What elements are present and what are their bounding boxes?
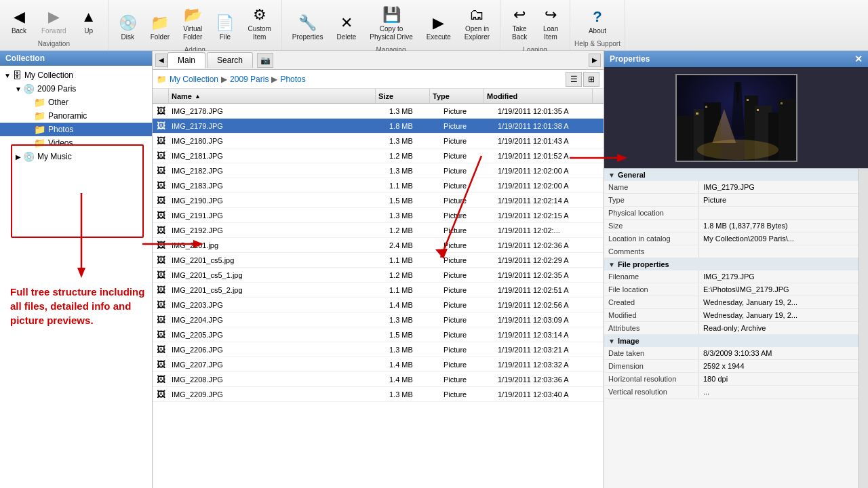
breadcrumb-collection[interactable]: My Collection <box>170 75 218 84</box>
file-size-cell: 1.1 MB <box>387 286 441 294</box>
file-row[interactable]: 🖼IMG_2205.JPG1.5 MBPicture1/19/2011 12:0… <box>153 327 604 342</box>
col-name-header[interactable]: Name ▲ <box>169 89 376 103</box>
file-row[interactable]: 🖼IMG_2190.JPG1.5 MBPicture1/19/2011 12:0… <box>153 193 604 208</box>
folder-button[interactable]: 📁 Folder <box>144 11 176 45</box>
forward-button[interactable]: ▶ Forward <box>35 5 73 39</box>
prop-name-cell: Location in catalog <box>604 232 699 245</box>
file-type-cell: Picture <box>441 331 495 339</box>
copy-to-physical-button[interactable]: 💾 Copy toPhysical Drive <box>363 3 418 45</box>
file-row[interactable]: 🖼IMG_2207.JPG1.4 MBPicture1/19/2011 12:0… <box>153 357 604 372</box>
file-row[interactable]: 🖼IMG_2204.JPG1.3 MBPicture1/19/2011 12:0… <box>153 312 604 327</box>
file-modified-cell: 1/19/2011 12:02:56 A <box>495 301 604 309</box>
file-type-cell: Picture <box>441 226 495 235</box>
prop-section-header[interactable]: ▼General <box>604 169 859 181</box>
file-row[interactable]: 🖼IMG_2192.JPG1.2 MBPicture1/19/2011 12:0… <box>153 223 604 238</box>
file-type-icon: 🖼 <box>155 374 166 385</box>
file-button[interactable]: 📄 File <box>210 11 240 45</box>
tree-item-videos[interactable]: 📁Videos <box>0 136 152 150</box>
back-button[interactable]: ◀ Back <box>4 5 34 39</box>
file-name-cell: IMG_2208.JPG <box>169 375 387 384</box>
svg-marker-19 <box>193 240 203 248</box>
file-row[interactable]: 🖼IMG_2208.JPG1.4 MBPicture1/19/2011 12:0… <box>153 372 604 387</box>
disk-button[interactable]: 💿 Disk <box>113 11 143 45</box>
tree-item-photos[interactable]: 📁Photos <box>0 123 152 136</box>
file-icon-cell: 🖼 <box>153 150 169 161</box>
file-row[interactable]: 🖼IMG_2201_cs5_2.jpg1.1 MBPicture1/19/201… <box>153 283 604 298</box>
folder-label: Folder <box>151 33 170 41</box>
file-icon-cell: 🖼 <box>153 255 169 266</box>
delete-button[interactable]: ✕ Delete <box>330 11 362 45</box>
file-row[interactable]: 🖼IMG_2201_cs5.jpg1.1 MBPicture1/19/2011 … <box>153 253 604 268</box>
tab-camera-button[interactable]: 📷 <box>257 53 273 68</box>
help-group-label: Help & Support <box>574 39 620 47</box>
file-modified-cell: 1/19/2011 12:03:09 A <box>495 316 604 324</box>
properties-close-button[interactable]: ✕ <box>854 54 863 64</box>
file-icon-cell: 🖼 <box>153 106 169 117</box>
file-row[interactable]: 🖼IMG_2209.JPG1.3 MBPicture1/19/2011 12:0… <box>153 387 604 402</box>
tree-node-icon: 📁 <box>34 110 45 121</box>
breadcrumb-photos[interactable]: Photos <box>280 75 305 84</box>
file-icon-cell: 🖼 <box>153 374 169 385</box>
prop-section-header[interactable]: ▼Image <box>604 335 859 347</box>
tab-search[interactable]: Search <box>207 52 253 68</box>
tree-toggle[interactable]: ▼ <box>3 72 12 79</box>
file-row[interactable]: 🖼IMG_2206.JPG1.3 MBPicture1/19/2011 12:0… <box>153 342 604 357</box>
file-icon-cell: 🖼 <box>153 389 169 400</box>
prop-name-cell: Date taken <box>604 347 699 359</box>
file-row[interactable]: 🖼IMG_2179.JPG1.8 MBPicture1/19/2011 12:0… <box>153 119 604 134</box>
prop-section-header[interactable]: ▼File properties <box>604 258 859 270</box>
col-modified-header[interactable]: Modified <box>484 89 593 103</box>
file-size-cell: 1.4 MB <box>387 301 441 309</box>
file-row[interactable]: 🖼IMG_2183.JPG1.1 MBPicture1/19/2011 12:0… <box>153 178 604 193</box>
prop-section-name: Image <box>618 337 639 345</box>
file-modified-cell: 1/19/2011 12:02:15 A <box>495 211 604 220</box>
col-size-header[interactable]: Size <box>376 89 430 103</box>
file-row[interactable]: 🖼IMG_2191.JPG1.3 MBPicture1/19/2011 12:0… <box>153 208 604 223</box>
prop-name-cell: File location <box>604 283 699 296</box>
tree-toggle[interactable]: ▶ <box>14 153 23 161</box>
open-in-explorer-button[interactable]: 🗂 Open inExplorer <box>458 3 496 45</box>
tab-prev-button[interactable]: ◀ <box>155 54 167 67</box>
properties-button[interactable]: 🔧 Properties <box>286 11 330 45</box>
up-button[interactable]: ▲ Up <box>74 5 104 39</box>
prop-name-cell: Attributes <box>604 322 699 334</box>
execute-button[interactable]: ▶ Execute <box>420 11 457 45</box>
take-back-icon: ↩ <box>513 6 526 24</box>
custom-item-button[interactable]: ⚙ CustomItem <box>241 3 277 45</box>
file-row[interactable]: 🖼IMG_2181.JPG1.2 MBPicture1/19/2011 12:0… <box>153 148 604 163</box>
breadcrumb-icon: 📁 <box>157 75 167 84</box>
prop-scrollbar[interactable] <box>859 169 868 488</box>
about-button[interactable]: ? About <box>583 5 612 39</box>
file-row[interactable]: 🖼IMG_2201_cs5_1.jpg1.2 MBPicture1/19/201… <box>153 268 604 283</box>
file-row[interactable]: 🖼IMG_2180.JPG1.3 MBPicture1/19/2011 12:0… <box>153 134 604 148</box>
file-label: File <box>220 33 231 41</box>
virtual-folder-button[interactable]: 📂 VirtualFolder <box>177 3 208 45</box>
detail-view-button[interactable]: ⊞ <box>583 72 599 87</box>
file-row[interactable]: 🖼IMG_2203.JPG1.4 MBPicture1/19/2011 12:0… <box>153 298 604 312</box>
file-list-container: Name ▲ Size Type Modified 🖼IMG_2178.JPG1… <box>153 89 604 488</box>
breadcrumb-paris[interactable]: 2009 Paris <box>230 75 269 84</box>
prop-value-cell: IMG_2179.JPG <box>699 270 859 283</box>
file-type-icon: 🖼 <box>155 106 166 117</box>
tab-main[interactable]: Main <box>167 52 205 68</box>
open-explorer-icon: 🗂 <box>469 6 484 24</box>
prop-name-cell: Name <box>604 181 699 193</box>
take-back-label: TakeBack <box>512 25 527 41</box>
take-back-button[interactable]: ↩ TakeBack <box>505 3 534 45</box>
file-row[interactable]: 🖼IMG_2178.JPG1.3 MBPicture1/19/2011 12:0… <box>153 104 604 119</box>
tree-item-2009-paris[interactable]: ▼💿2009 Paris <box>0 82 152 96</box>
tab-next-button[interactable]: ▶ <box>589 54 601 67</box>
file-row[interactable]: 🖼IMG_2201.jpg2.4 MBPicture1/19/2011 12:0… <box>153 238 604 253</box>
prop-row: AttributesRead-only; Archive <box>604 322 859 335</box>
list-view-button[interactable]: ☰ <box>566 72 582 87</box>
tree-item-panoramic[interactable]: 📁Panoramic <box>0 109 152 123</box>
tree-item-my-collection[interactable]: ▼🗄My Collection <box>0 68 152 82</box>
col-type-header[interactable]: Type <box>430 89 484 103</box>
file-row[interactable]: 🖼IMG_2182.JPG1.3 MBPicture1/19/2011 12:0… <box>153 163 604 178</box>
tree-item-other[interactable]: 📁Other <box>0 96 152 109</box>
loan-item-icon: ↪ <box>545 6 557 24</box>
tree-item-my-music[interactable]: ▶💿My Music <box>0 150 152 163</box>
tree-toggle[interactable]: ▼ <box>14 85 23 93</box>
loan-item-button[interactable]: ↪ LoanItem <box>536 3 566 45</box>
file-modified-cell: 1/19/2011 12:02:35 A <box>495 271 604 279</box>
